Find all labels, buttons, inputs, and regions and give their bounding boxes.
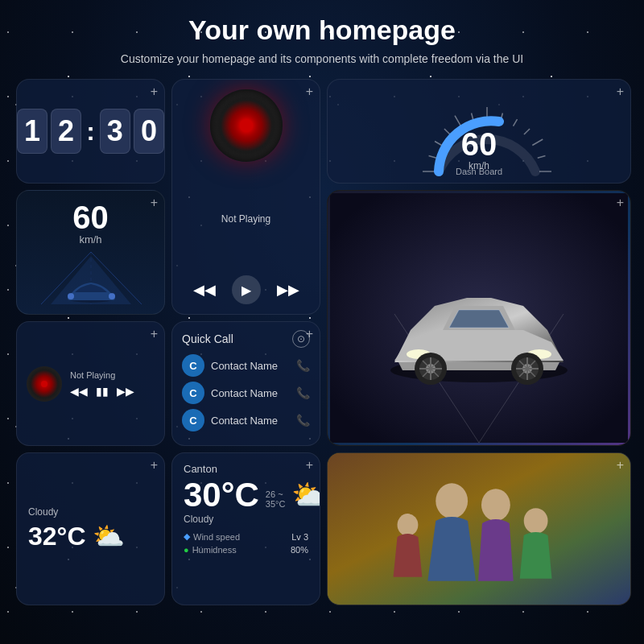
page-wrapper: Your own homepage Customize your homepag… xyxy=(0,0,644,613)
weather-big-range: 26 ~ 35°C xyxy=(266,489,286,509)
svg-line-9 xyxy=(524,129,530,134)
prev-button[interactable]: ◀◀ xyxy=(193,281,216,299)
svg-point-16 xyxy=(68,295,114,303)
svg-line-2 xyxy=(435,142,442,146)
clock-hour-tens: 1 xyxy=(17,109,47,154)
weather-big-add-button[interactable]: + xyxy=(306,458,313,473)
music-mini-widget: + Not Playing ◀◀ ▮▮ ▶▶ xyxy=(16,321,165,446)
weather-humidity-label: ● Humidness xyxy=(184,545,237,555)
svg-point-41 xyxy=(436,483,468,518)
mini-prev-button[interactable]: ◀◀ xyxy=(70,385,88,398)
weather-small-temp-row: 32°C ⛅ xyxy=(28,521,153,551)
gauge-widget: + xyxy=(327,79,631,184)
gauge-container: 60 km/h xyxy=(423,91,535,171)
svg-line-3 xyxy=(444,129,450,134)
speed-car-unit: km/h xyxy=(79,233,101,246)
music-mini-add-button[interactable]: + xyxy=(151,327,158,341)
page-subtitle: Customize your homepage and its componen… xyxy=(121,51,523,68)
weather-wind-row: ◆ Wind speed Lv 3 xyxy=(184,531,308,542)
contact-avatar-3: C xyxy=(182,409,204,431)
car-photo-widget: + xyxy=(327,190,631,446)
widget-grid: + 1 2 : 3 0 + Not Playing ◀◀ ▶ ▶▶ + xyxy=(16,79,628,605)
car-road xyxy=(17,252,164,304)
speed-car-widget: + 60 km/h xyxy=(16,190,165,315)
music-big-controls: ◀◀ ▶ ▶▶ xyxy=(193,275,299,304)
weather-big-icon: ⛅ xyxy=(291,478,320,512)
contact-row-3: C Contact Name 📞 xyxy=(182,409,310,431)
quick-call-header: Quick Call ⊙ xyxy=(182,330,310,348)
gauge-speed: 60 xyxy=(461,128,497,160)
clock-colon: : xyxy=(86,117,95,147)
contact-name-3: Contact Name xyxy=(211,415,290,427)
page-title: Your own homepage xyxy=(188,14,456,46)
clock-add-button[interactable]: + xyxy=(151,85,158,99)
family-photo-widget: + xyxy=(327,452,631,605)
call-icon-3[interactable]: 📞 xyxy=(296,414,310,427)
family-photo-svg xyxy=(328,452,630,605)
music-big-widget: + Not Playing ◀◀ ▶ ▶▶ xyxy=(171,79,320,315)
clock-min-ones: 0 xyxy=(134,109,164,154)
clock-min-tens: 3 xyxy=(100,109,130,154)
family-photo-add-button[interactable]: + xyxy=(617,458,624,473)
contact-name-2: Contact Name xyxy=(211,387,290,399)
svg-point-43 xyxy=(481,489,510,521)
svg-line-1 xyxy=(429,156,437,159)
svg-line-13 xyxy=(41,252,91,304)
contact-row-2: C Contact Name 📞 xyxy=(182,382,310,404)
svg-line-10 xyxy=(532,139,543,146)
svg-point-42 xyxy=(398,514,419,536)
vinyl-record-big xyxy=(210,89,283,162)
play-button[interactable]: ▶ xyxy=(232,275,261,304)
weather-small-temp: 32°C xyxy=(28,522,86,551)
weather-big-condition: Cloudy xyxy=(184,514,308,525)
mini-next-button[interactable]: ▶▶ xyxy=(117,385,134,398)
family-photo-inner xyxy=(328,453,630,605)
contact-avatar-1: C xyxy=(182,354,204,377)
next-button[interactable]: ▶▶ xyxy=(277,281,299,299)
weather-small-condition: Cloudy xyxy=(28,506,153,518)
car-photo-add-button[interactable]: + xyxy=(617,196,624,210)
svg-line-8 xyxy=(514,119,518,126)
wind-dot-icon: ◆ xyxy=(184,531,190,542)
music-mini-controls: ◀◀ ▮▮ ▶▶ xyxy=(70,385,155,398)
call-icon-2[interactable]: 📞 xyxy=(296,386,310,399)
gauge-unit: km/h xyxy=(469,160,489,171)
music-big-status: Not Playing xyxy=(221,213,270,225)
car-photo-svg xyxy=(330,193,628,443)
weather-big-widget: + Canton 30°C 26 ~ 35°C ⛅ Cloudy ◆ Wind … xyxy=(171,452,320,605)
speed-car-value: 60 xyxy=(72,201,109,233)
mini-pause-button[interactable]: ▮▮ xyxy=(96,385,109,398)
contact-row-1: C Contact Name 📞 xyxy=(182,354,310,377)
svg-point-18 xyxy=(68,293,74,299)
svg-line-11 xyxy=(538,156,546,159)
call-icon-1[interactable]: 📞 xyxy=(296,359,310,372)
weather-wind-label: ◆ Wind speed xyxy=(184,531,240,542)
weather-small-add-button[interactable]: + xyxy=(151,458,158,473)
weather-humidity-row: ● Humidness 80% xyxy=(184,545,308,555)
clock-widget: + 1 2 : 3 0 xyxy=(16,79,165,184)
humid-dot-icon: ● xyxy=(184,545,189,555)
weather-big-temp-row: 30°C 26 ~ 35°C ⛅ xyxy=(184,478,308,512)
car-photo-inner xyxy=(328,191,630,445)
music-big-add-button[interactable]: + xyxy=(306,85,313,99)
clock-hour-ones: 2 xyxy=(51,109,81,154)
vinyl-record-mini xyxy=(27,366,62,402)
svg-line-14 xyxy=(91,252,142,304)
speed-car-add-button[interactable]: + xyxy=(151,196,158,210)
gauge-add-button[interactable]: + xyxy=(617,85,624,99)
weather-wind-value: Lv 3 xyxy=(291,532,308,542)
svg-point-44 xyxy=(524,508,548,534)
svg-line-4 xyxy=(455,116,461,126)
music-mini-status: Not Playing xyxy=(70,370,155,380)
weather-humidity-value: 80% xyxy=(291,545,308,555)
contact-name-1: Contact Name xyxy=(211,360,290,372)
svg-rect-40 xyxy=(328,453,630,605)
weather-city: Canton xyxy=(184,463,308,475)
quick-call-widget: + Quick Call ⊙ C Contact Name 📞 C Contac… xyxy=(171,321,320,446)
quick-call-title: Quick Call xyxy=(182,332,233,345)
weather-small-icon: ⛅ xyxy=(93,521,125,551)
svg-rect-17 xyxy=(68,294,115,300)
quick-call-add-button[interactable]: + xyxy=(306,327,313,341)
svg-point-19 xyxy=(109,293,115,299)
weather-big-temp: 30°C xyxy=(184,478,259,512)
